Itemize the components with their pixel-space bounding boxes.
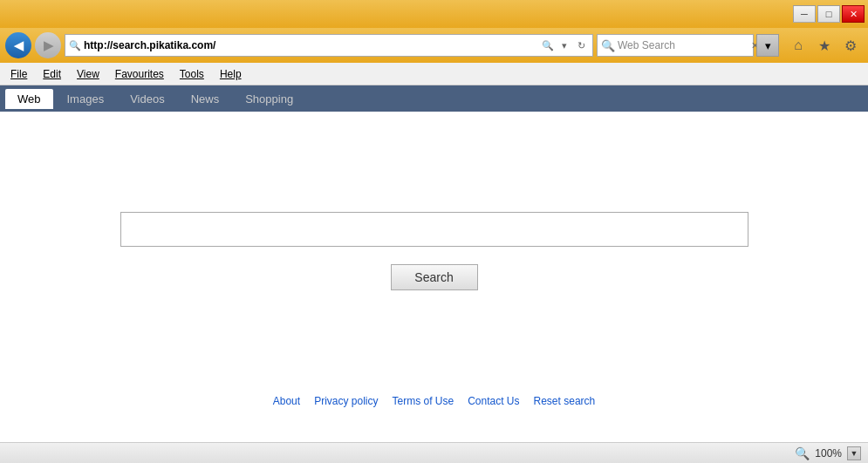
url-text: http://search.pikatika.com/	[84, 39, 537, 51]
url-box: 🔍 http://search.pikatika.com/ 🔍 ▾ ↻	[65, 34, 593, 57]
tab-bar: Web Images Videos News Shopping	[0, 85, 868, 112]
title-bar: ─ □ ✕	[0, 0, 868, 28]
title-bar-buttons: ─ □ ✕	[793, 5, 865, 23]
url-actions: 🔍 ▾ ↻	[540, 37, 589, 54]
url-icon: 🔍	[69, 40, 81, 51]
search-submit-button[interactable]: Search	[391, 264, 478, 290]
search-form: Search	[120, 212, 748, 290]
main-search-input[interactable]	[120, 212, 748, 247]
menu-bar: File Edit View Favourites Tools Help	[0, 63, 868, 85]
settings-button[interactable]: ⚙	[838, 33, 863, 58]
status-zoom-icon: 🔍	[795, 446, 810, 460]
footer-privacy[interactable]: Privacy policy	[314, 395, 378, 407]
toolbar-icons: ⌂ ★ ⚙	[786, 33, 863, 58]
back-button[interactable]: ◀	[5, 32, 31, 58]
status-bar: 🔍 100% ▼	[0, 442, 868, 463]
content-wrapper: Search About Privacy policy Terms of Use…	[0, 112, 868, 442]
zoom-level: 100%	[815, 447, 842, 460]
menu-file[interactable]: File	[3, 65, 34, 83]
url-search-button[interactable]: 🔍	[540, 37, 556, 54]
url-dropdown-button[interactable]: ▾	[557, 37, 572, 54]
footer-contact[interactable]: Contact Us	[468, 395, 519, 407]
restore-button[interactable]: □	[817, 5, 840, 23]
favorites-button[interactable]: ★	[812, 33, 837, 58]
home-button[interactable]: ⌂	[786, 33, 810, 58]
address-bar: ◀ ▶ 🔍 http://search.pikatika.com/ 🔍 ▾ ↻ …	[0, 28, 868, 63]
footer-reset[interactable]: Reset search	[534, 395, 596, 407]
main-content: Search	[120, 112, 748, 442]
menu-view[interactable]: View	[70, 65, 106, 83]
close-button[interactable]: ✕	[842, 5, 865, 23]
tab-news[interactable]: News	[179, 89, 232, 109]
tab-videos[interactable]: Videos	[118, 89, 177, 109]
footer-links: About Privacy policy Terms of Use Contac…	[273, 395, 595, 407]
search-box-icon: 🔍	[601, 39, 615, 52]
menu-favourites[interactable]: Favourites	[108, 65, 171, 83]
footer-terms[interactable]: Terms of Use	[392, 395, 454, 407]
menu-help[interactable]: Help	[213, 65, 249, 83]
search-go-button[interactable]: ▾	[756, 34, 779, 57]
tab-images[interactable]: Images	[55, 89, 117, 109]
search-box-input[interactable]	[618, 39, 748, 51]
footer-about[interactable]: About	[273, 395, 300, 407]
menu-edit[interactable]: Edit	[36, 65, 68, 83]
url-refresh-button[interactable]: ↻	[573, 37, 589, 54]
minimize-button[interactable]: ─	[793, 5, 816, 23]
search-box: 🔍 ✕	[597, 34, 754, 57]
tab-shopping[interactable]: Shopping	[233, 89, 305, 109]
forward-button[interactable]: ▶	[35, 32, 61, 58]
menu-tools[interactable]: Tools	[173, 65, 211, 83]
tab-web[interactable]: Web	[5, 89, 53, 109]
zoom-dropdown-button[interactable]: ▼	[847, 446, 861, 460]
